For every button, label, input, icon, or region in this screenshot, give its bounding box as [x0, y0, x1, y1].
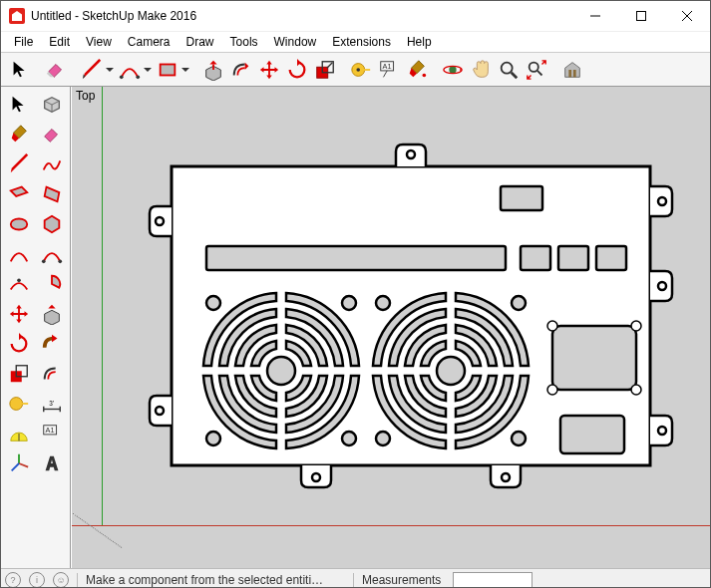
- eraser-tool[interactable]: [43, 57, 69, 83]
- rotate-tool-2[interactable]: [4, 330, 34, 358]
- svg-point-66: [512, 296, 526, 310]
- scale-tool[interactable]: [312, 57, 338, 83]
- svg-rect-31: [21, 403, 28, 405]
- window-title: Untitled - SketchUp Make 2016: [31, 9, 572, 23]
- close-button[interactable]: [664, 1, 710, 31]
- paint-bucket-tool[interactable]: [404, 57, 430, 83]
- menubar: File Edit View Camera Draw Tools Window …: [1, 32, 710, 52]
- menu-help[interactable]: Help: [400, 34, 439, 50]
- pie-tool[interactable]: [37, 270, 67, 298]
- menu-file[interactable]: File: [7, 34, 40, 50]
- menu-view[interactable]: View: [79, 34, 119, 50]
- svg-point-5: [136, 75, 140, 79]
- svg-point-68: [512, 432, 526, 445]
- followme-tool[interactable]: [37, 330, 67, 358]
- polygon-tool[interactable]: [37, 210, 67, 238]
- make-component-tool[interactable]: [37, 91, 67, 119]
- svg-point-20: [530, 62, 538, 71]
- rectangle-tool[interactable]: [4, 180, 34, 208]
- text-tool-2[interactable]: A1: [37, 420, 67, 447]
- menu-edit[interactable]: Edit: [42, 34, 77, 50]
- move-tool-2[interactable]: [4, 300, 34, 328]
- shape-tool[interactable]: [155, 57, 180, 83]
- svg-line-19: [512, 72, 518, 78]
- svg-point-60: [206, 296, 220, 310]
- tape-measure-tool-2[interactable]: [4, 390, 34, 418]
- axes-tool[interactable]: [4, 449, 34, 477]
- arc-tool-dropdown[interactable]: [143, 57, 153, 83]
- arc-tool[interactable]: [117, 57, 143, 83]
- offset-tool-2[interactable]: [37, 360, 67, 388]
- info-icon[interactable]: i: [29, 572, 45, 588]
- svg-rect-52: [558, 246, 588, 270]
- pan-tool[interactable]: [468, 57, 494, 83]
- status-hint: Make a component from the selected entit…: [86, 573, 345, 587]
- large-toolset: 3' A1: [1, 87, 71, 568]
- arc-2point-tool[interactable]: [37, 240, 67, 268]
- arc-3point-tool[interactable]: [4, 270, 34, 298]
- rotated-rectangle-tool[interactable]: [37, 180, 67, 208]
- svg-point-43: [502, 473, 510, 481]
- dimension-tool[interactable]: 3': [37, 390, 67, 418]
- svg-point-59: [631, 385, 641, 395]
- 3d-text-tool[interactable]: [37, 449, 67, 477]
- help-icon[interactable]: ?: [5, 572, 21, 588]
- pushpull-tool[interactable]: [200, 57, 226, 83]
- minimize-button[interactable]: [572, 1, 618, 31]
- maximize-button[interactable]: [618, 1, 664, 31]
- offset-tool[interactable]: [228, 57, 254, 83]
- menu-tools[interactable]: Tools: [223, 34, 265, 50]
- menu-draw[interactable]: Draw: [179, 34, 221, 50]
- line-tool-2[interactable]: [4, 150, 34, 178]
- svg-point-15: [423, 73, 427, 77]
- line-tool-dropdown[interactable]: [105, 57, 115, 83]
- warehouse-tool[interactable]: [559, 57, 585, 83]
- protractor-tool[interactable]: [4, 420, 34, 447]
- svg-line-39: [12, 463, 19, 470]
- pushpull-tool-2[interactable]: [37, 300, 67, 328]
- svg-point-58: [547, 385, 557, 395]
- svg-rect-23: [573, 70, 576, 77]
- svg-point-67: [376, 432, 390, 445]
- zoom-tool[interactable]: [496, 57, 522, 83]
- svg-point-65: [376, 296, 390, 310]
- svg-rect-12: [363, 69, 370, 71]
- main-toolbar: A1: [1, 52, 710, 87]
- svg-rect-50: [206, 246, 506, 270]
- move-tool[interactable]: [256, 57, 282, 83]
- svg-point-46: [658, 197, 666, 205]
- svg-point-42: [312, 473, 320, 481]
- arc-tool-2[interactable]: [4, 240, 34, 268]
- shape-tool-dropdown[interactable]: [180, 57, 190, 83]
- text-tool[interactable]: A1: [376, 57, 402, 83]
- statusbar: ? i ☺ Make a component from the selected…: [1, 568, 710, 588]
- menu-camera[interactable]: Camera: [121, 34, 178, 50]
- zoom-extents-tool[interactable]: [524, 57, 549, 83]
- eraser-tool-2[interactable]: [37, 121, 67, 148]
- measurements-label: Measurements: [362, 573, 441, 587]
- orbit-tool[interactable]: [440, 57, 466, 83]
- svg-point-18: [502, 62, 513, 73]
- paint-bucket-tool-2[interactable]: [4, 121, 34, 148]
- viewport[interactable]: Top: [71, 87, 710, 568]
- select-tool-2[interactable]: [4, 91, 34, 119]
- menu-window[interactable]: Window: [267, 34, 324, 50]
- svg-point-48: [658, 427, 666, 435]
- circle-tool[interactable]: [4, 210, 34, 238]
- svg-text:A1: A1: [46, 426, 55, 435]
- scale-tool-2[interactable]: [4, 360, 34, 388]
- line-tool[interactable]: [79, 57, 105, 83]
- menu-extensions[interactable]: Extensions: [325, 34, 398, 50]
- svg-point-61: [342, 296, 356, 310]
- select-tool[interactable]: [7, 57, 33, 83]
- svg-point-62: [206, 432, 220, 445]
- tape-measure-tool[interactable]: [348, 57, 374, 83]
- svg-rect-22: [568, 70, 571, 77]
- titlebar: Untitled - SketchUp Make 2016: [1, 1, 710, 32]
- rotate-tool[interactable]: [284, 57, 310, 83]
- freehand-tool[interactable]: [37, 150, 67, 178]
- measurements-input[interactable]: [453, 572, 533, 588]
- svg-point-30: [10, 398, 23, 411]
- svg-rect-55: [560, 416, 624, 453]
- user-icon[interactable]: ☺: [53, 572, 69, 588]
